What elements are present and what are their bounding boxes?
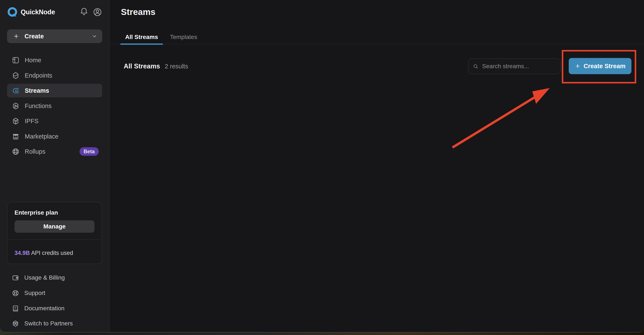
- sidebar-item-label: Documentation: [24, 305, 64, 312]
- sidebar-item-label: IPFS: [25, 118, 38, 125]
- partners-icon: [12, 320, 19, 327]
- endpoints-icon: [12, 72, 20, 79]
- main-content: Streams All Streams Templates All Stream…: [110, 0, 644, 332]
- tab-templates[interactable]: Templates: [168, 30, 199, 44]
- sidebar: QuickNode Create Home: [0, 0, 110, 332]
- sidebar-item-documentation[interactable]: Documentation: [7, 302, 102, 315]
- ipfs-icon: [12, 117, 20, 125]
- sidebar-item-label: Functions: [25, 102, 52, 109]
- plus-icon: [13, 33, 20, 39]
- book-icon: [12, 305, 19, 312]
- sidebar-item-label: Rollups: [25, 148, 46, 155]
- api-credits-used: 34.9B API credits used: [14, 250, 73, 256]
- sidebar-item-label: Endpoints: [25, 72, 52, 79]
- sidebar-item-label: Support: [24, 290, 45, 297]
- create-stream-button[interactable]: Create Stream: [569, 58, 632, 74]
- brand-name: QuickNode: [21, 8, 55, 16]
- sidebar-item-label: Switch to Partners: [24, 320, 73, 327]
- sidebar-item-label: Streams: [25, 87, 49, 94]
- sidebar-item-support[interactable]: Support: [7, 286, 102, 300]
- beta-badge: Beta: [80, 147, 99, 156]
- plan-card: Enterprise plan Manage 34.9B API credits…: [7, 202, 102, 264]
- search-streams-input[interactable]: [482, 63, 556, 70]
- manage-plan-button[interactable]: Manage: [14, 220, 94, 233]
- sidebar-item-functions[interactable]: Functions: [7, 99, 102, 113]
- page-title: Streams: [121, 7, 156, 17]
- app-window: QuickNode Create Home: [0, 0, 644, 333]
- results-count: 2 results: [165, 63, 188, 70]
- marketplace-icon: [12, 133, 20, 140]
- sidebar-item-label: Usage & Billing: [24, 274, 65, 281]
- lifebuoy-icon: [12, 289, 19, 297]
- sidebar-item-rollups[interactable]: Rollups Beta: [7, 145, 102, 158]
- api-credits-label: API credits used: [30, 250, 73, 256]
- search-streams-box: [468, 58, 560, 74]
- tab-all-streams[interactable]: All Streams: [120, 30, 163, 44]
- quicknode-logo[interactable]: QuickNode: [6, 6, 55, 18]
- quicknode-q-icon: [6, 6, 18, 18]
- tab-bar: All Streams Templates: [110, 30, 644, 44]
- sidebar-item-label: Marketplace: [25, 133, 58, 140]
- search-icon: [473, 63, 478, 69]
- create-button-label: Create: [24, 33, 44, 40]
- plus-icon: [575, 63, 581, 69]
- sidebar-item-marketplace[interactable]: Marketplace: [7, 130, 102, 143]
- user-avatar-icon: [92, 7, 102, 17]
- streams-icon: [12, 87, 20, 95]
- rollups-globe-icon: [12, 148, 20, 156]
- sidebar-item-ipfs[interactable]: IPFS: [7, 114, 102, 128]
- functions-icon: [12, 102, 20, 110]
- home-icon: [12, 56, 20, 64]
- sidebar-item-home[interactable]: Home: [7, 53, 102, 67]
- notifications-button[interactable]: [79, 7, 89, 17]
- sidebar-item-label: Home: [25, 57, 41, 64]
- bell-icon: [79, 7, 89, 16]
- wallet-icon: [12, 274, 19, 282]
- api-credits-value: 34.9B: [14, 250, 30, 256]
- list-header: All Streams 2 results: [124, 58, 188, 74]
- plan-name: Enterprise plan: [14, 209, 58, 216]
- sidebar-item-streams[interactable]: Streams: [7, 84, 102, 97]
- sidebar-item-endpoints[interactable]: Endpoints: [7, 69, 102, 82]
- create-button[interactable]: Create: [7, 29, 102, 43]
- account-button[interactable]: [92, 7, 102, 17]
- sidebar-item-usage-billing[interactable]: Usage & Billing: [7, 271, 102, 285]
- plan-card-divider: [8, 239, 102, 240]
- create-stream-label: Create Stream: [584, 63, 626, 70]
- sidebar-item-switch-to-partners[interactable]: Switch to Partners: [7, 317, 102, 330]
- list-heading: All Streams: [124, 62, 160, 70]
- chevron-down-icon: [92, 33, 98, 39]
